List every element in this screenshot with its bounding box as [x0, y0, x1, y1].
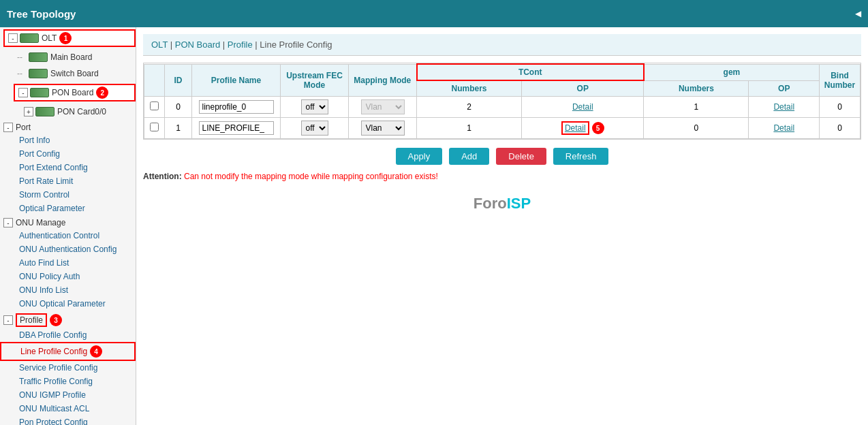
sidebar-item-olt[interactable]: - OLT 1	[0, 27, 136, 49]
toggle-ponboard[interactable]: -	[18, 88, 28, 97]
breadcrumb-profile[interactable]: Profile	[228, 40, 253, 50]
row-1-fec-mode[interactable]: offon	[281, 118, 349, 139]
th-gem-numbers: Numbers	[644, 80, 749, 97]
sidebar-item-mainboard[interactable]: -- Main Board	[0, 49, 136, 65]
row-1-gem-numbers: 0	[644, 118, 749, 139]
switchboard-label: Switch Board	[50, 69, 99, 78]
breadcrumb-sep1: |	[170, 40, 175, 50]
attention-label: Attention:	[143, 172, 182, 181]
menu-port-info[interactable]: Port Info	[0, 133, 136, 147]
row-0-gem-numbers: 1	[644, 97, 749, 118]
row-1-profile-name[interactable]	[192, 118, 281, 139]
poncard-icon	[35, 107, 55, 116]
breadcrumb-line-profile: Line Profile Config	[260, 40, 332, 50]
row-1-mapping-mode[interactable]: VlanGEMPriority	[349, 118, 417, 139]
breadcrumb: OLT | PON Board | Profile | Line Profile…	[143, 34, 861, 56]
breadcrumb-ponboard[interactable]: PON Board	[175, 40, 220, 50]
row-1-id: 1	[165, 118, 192, 139]
badge-line-profile: 4	[90, 345, 102, 358]
watermark-foro: Foro	[474, 195, 507, 212]
badge-ponboard: 2	[96, 86, 108, 99]
menu-dba-profile[interactable]: DBA Profile Config	[0, 328, 136, 342]
menu-port-rate-limit[interactable]: Port Rate Limit	[0, 174, 136, 188]
profile-table: ID Profile Name Upstream FEC Mode Mappin…	[144, 63, 861, 139]
menu-traffic-profile[interactable]: Traffic Profile Config	[0, 375, 136, 388]
section-profile: - Profile 3 DBA Profile Config Line Prof…	[0, 312, 136, 425]
onu-manage-toggle[interactable]: - ONU Manage	[0, 217, 136, 229]
sidebar: - OLT 1 -- Main Board -- Switch Board	[0, 27, 136, 425]
row-0-bind-number: 0	[820, 97, 861, 118]
badge-olt: 1	[59, 32, 72, 44]
th-gem: gem	[644, 64, 820, 80]
menu-port-config[interactable]: Port Config	[0, 147, 136, 161]
menu-onu-auth-config[interactable]: ONU Authentication Config	[0, 242, 136, 256]
refresh-button[interactable]: Refresh	[553, 148, 609, 165]
row-0-checkbox[interactable]	[144, 97, 165, 118]
onu-manage-label: ONU Manage	[16, 218, 65, 227]
ponboard-label: PON Board	[52, 88, 93, 97]
th-bind-number: Bind Number	[820, 64, 861, 97]
sidebar-item-switchboard[interactable]: -- Switch Board	[0, 65, 136, 82]
menu-line-profile[interactable]: Line Profile Config 4	[0, 342, 136, 361]
menu-pon-protect[interactable]: Pon Protect Config	[0, 415, 136, 425]
section-onu-manage: - ONU Manage Authentication Control ONU …	[0, 217, 136, 311]
content-area: OLT | PON Board | Profile | Line Profile…	[136, 27, 868, 425]
add-button[interactable]: Add	[449, 148, 489, 165]
mainboard-label: Main Board	[50, 52, 92, 62]
action-buttons: Apply Add Delete Refresh	[143, 148, 861, 165]
ponboard-icon	[30, 88, 49, 97]
menu-optical-param[interactable]: Optical Parameter	[0, 202, 136, 215]
row-0-fec-mode[interactable]: offon	[281, 97, 349, 118]
delete-button[interactable]: Delete	[496, 148, 546, 165]
menu-onu-info-list[interactable]: ONU Info List	[0, 283, 136, 297]
th-gem-op: OP	[749, 80, 820, 97]
row-1-gem-op[interactable]: Detail	[749, 118, 820, 139]
profile-group-toggle[interactable]: - Profile 3	[0, 312, 136, 328]
menu-onu-policy-auth[interactable]: ONU Policy Auth	[0, 270, 136, 283]
th-tcont: TCont	[417, 64, 644, 80]
th-checkbox	[144, 64, 165, 97]
sidebar-item-ponboard[interactable]: - PON Board 2	[0, 82, 136, 104]
menu-igmp-profile[interactable]: ONU IGMP Profile	[0, 388, 136, 402]
menu-port-extend-config[interactable]: Port Extend Config	[0, 161, 136, 174]
th-mapping-mode: Mapping Mode	[349, 64, 417, 97]
row-1-tcont-numbers: 1	[417, 118, 522, 139]
menu-storm-control[interactable]: Storm Control	[0, 188, 136, 202]
toggle-poncard[interactable]: +	[24, 107, 33, 116]
row-0-mapping-mode[interactable]: VlanGEMPriority	[349, 97, 417, 118]
profile-table-container: ID Profile Name Upstream FEC Mode Mappin…	[143, 63, 861, 140]
switchboard-icon	[29, 69, 48, 78]
port-group-toggle[interactable]: - Port	[0, 121, 136, 133]
watermark: ForoISP	[143, 195, 861, 212]
menu-service-profile[interactable]: Service Profile Config	[0, 361, 136, 375]
menu-auto-find[interactable]: Auto Find List	[0, 256, 136, 270]
th-tcont-numbers: Numbers	[417, 80, 522, 97]
badge-profile: 3	[50, 314, 62, 326]
menu-multicast-acl[interactable]: ONU Multicast ACL	[0, 402, 136, 415]
row-1-bind-number: 0	[820, 118, 861, 139]
sidebar-item-poncard[interactable]: + PON Card0/0	[0, 104, 136, 120]
collapse-arrow[interactable]: ◀	[855, 9, 861, 18]
menu-onu-optical-param[interactable]: ONU Optical Parameter	[0, 297, 136, 311]
breadcrumb-sep2: |	[223, 40, 228, 50]
apply-button[interactable]: Apply	[396, 148, 443, 165]
top-header: Tree Topology ◀	[0, 0, 868, 27]
table-row: 1offonVlanGEMPriority1Detail50Detail0	[144, 118, 861, 139]
menu-auth-control[interactable]: Authentication Control	[0, 229, 136, 242]
port-group-label: Port	[16, 123, 31, 132]
poncard-label: PON Card0/0	[57, 107, 106, 116]
attention-text: Attention: Can not modify the mapping mo…	[143, 172, 861, 181]
row-0-gem-op[interactable]: Detail	[749, 97, 820, 118]
row-1-tcont-op[interactable]: Detail5	[522, 118, 644, 139]
table-row: 0offonVlanGEMPriority2Detail1Detail0	[144, 97, 861, 118]
th-profile-name: Profile Name	[192, 64, 281, 97]
mainboard-icon	[29, 52, 48, 62]
line-profile-label: Line Profile Config	[20, 347, 87, 356]
profile-group-label: Profile	[16, 313, 47, 327]
breadcrumb-olt[interactable]: OLT	[151, 40, 168, 50]
row-0-profile-name[interactable]	[192, 97, 281, 118]
toggle-olt[interactable]: -	[8, 33, 18, 43]
row-0-tcont-op[interactable]: Detail	[522, 97, 644, 118]
row-0-tcont-numbers: 2	[417, 97, 522, 118]
row-1-checkbox[interactable]	[144, 118, 165, 139]
